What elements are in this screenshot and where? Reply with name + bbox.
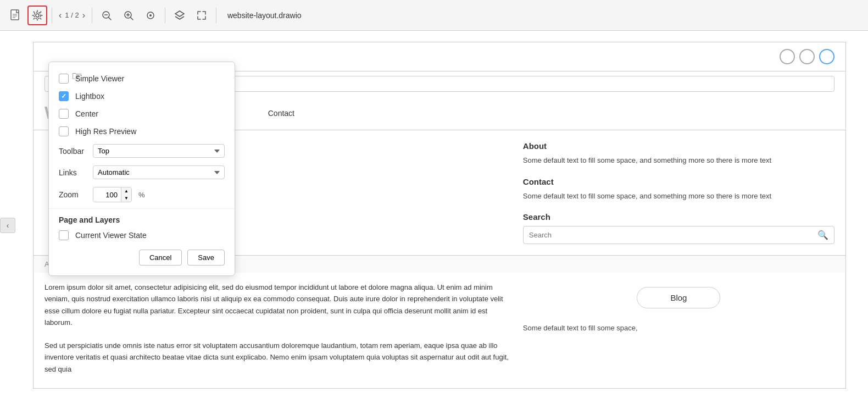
menu-divider [49,208,235,209]
cancel-button[interactable]: Cancel [139,250,182,266]
svg-point-4 [36,14,39,17]
contact-title: Contact [523,177,834,186]
high-res-label: High Res Preview [75,127,136,136]
zoom-row: Zoom ▲ ▼ % [49,183,235,206]
side-text: Some default text to fill some space, [523,323,834,334]
sep2 [92,8,92,23]
zoom-down-button[interactable]: ▼ [121,195,131,202]
site-circles [780,49,834,64]
current-state-item[interactable]: Current Viewer State [49,226,235,244]
center-label: Center [75,109,98,118]
simple-viewer-item[interactable]: Simple Viewer [49,70,235,87]
search-section: Search 🔍 [523,212,834,244]
lightbox-label: Lightbox [75,92,104,101]
zoom-label: Zoom [59,190,86,199]
zoom-pct: % [138,191,145,199]
toolbar-select[interactable]: Top Bottom None [93,144,225,158]
links-row: Links Automatic Blank Self [49,162,235,183]
high-res-item[interactable]: High Res Preview [49,123,235,140]
simple-viewer-checkbox[interactable] [59,74,69,84]
svg-rect-0 [11,10,19,20]
zoom-up-button[interactable]: ▲ [121,187,131,195]
save-button[interactable]: Save [187,250,225,266]
main-area: ‹ https://www.default.com Website Name A… [0,31,868,420]
zoom-out-button[interactable] [97,5,116,25]
circle-3 [819,49,834,64]
body-area: Lorem ipsum dolor sit amet, consectetur … [34,273,845,388]
svg-point-5 [34,12,41,19]
zoom-spinners: ▲ ▼ [121,187,131,202]
contact-section: Contact Some default text to fill some s… [523,177,834,202]
zoom-in-button[interactable] [119,5,138,25]
svg-line-8 [108,17,111,20]
lightbox-checkbox[interactable] [59,91,69,101]
prev-page-button[interactable]: ‹ [57,9,64,21]
nav-arrow-left[interactable]: ‹ [0,218,15,233]
links-label: Links [59,168,86,177]
lightbox-item[interactable]: Lightbox [49,87,235,105]
search-icon[interactable]: 🔍 [817,230,828,240]
page-icon-button[interactable] [5,5,25,25]
contact-text: Some default text to fill some space, an… [523,191,834,202]
blog-btn-wrap: Blog [523,281,834,314]
fullscreen-button[interactable] [192,5,212,25]
current-state-label: Current Viewer State [75,231,147,240]
toolbar-row: Toolbar Top Bottom None [49,140,235,162]
fullscreen-icon [196,10,207,21]
svg-marker-15 [175,11,184,16]
page-nav: ‹ 1 / 2 › [57,9,87,21]
links-select[interactable]: Automatic Blank Self [93,165,225,179]
sep3 [165,8,165,23]
simple-viewer-label: Simple Viewer [75,74,124,83]
body-text-col: Lorem ipsum dolor sit amet, consectetur … [44,273,512,377]
svg-line-12 [130,17,133,20]
page-layers-title: Page and Layers [49,211,235,226]
fit-page-button[interactable] [141,5,160,25]
zoom-in-icon [123,10,134,21]
circle-1 [780,49,795,64]
circle-2 [799,49,815,64]
settings-dropdown: Simple Viewer Lightbox Center High Res P… [48,62,235,276]
layers-button[interactable] [170,5,190,25]
current-state-checkbox[interactable] [59,230,69,240]
about-text: Some default text to fill some space, an… [523,155,834,166]
zoom-input-wrap: ▲ ▼ [93,187,132,202]
next-page-button[interactable]: › [80,9,87,21]
body-text-1: Lorem ipsum dolor sit amet, consectetur … [44,273,512,338]
gear-icon [32,10,43,21]
high-res-checkbox[interactable] [59,126,69,136]
site-side-col: About Some default text to fill some spa… [523,141,834,244]
center-item[interactable]: Center [49,105,235,123]
page-info: 1 / 2 [65,11,79,19]
layers-icon [174,10,185,21]
page-icon [9,9,21,21]
center-checkbox[interactable] [59,109,69,119]
svg-point-14 [149,14,152,16]
fit-icon [145,10,156,21]
filename-label: website-layout.drawio [227,11,302,20]
search-box[interactable]: 🔍 [523,226,834,244]
search-input[interactable] [529,231,817,239]
sep1 [52,8,52,23]
main-toolbar: ‹ 1 / 2 › [0,0,868,31]
about-section: About Some default text to fill some spa… [523,141,834,166]
zoom-input[interactable] [93,189,121,201]
blog-button[interactable]: Blog [637,287,720,308]
nav-contact: Contact [268,109,294,118]
zoom-out-icon [101,10,112,21]
sep4 [216,8,216,23]
body-text-2: Sed ut perspiciatis unde omnis iste natu… [44,338,512,377]
about-title: About [523,141,834,151]
toolbar-label: Toolbar [59,147,86,156]
menu-footer: Cancel Save [49,244,235,268]
search-title: Search [523,212,834,222]
gear-settings-button[interactable] [27,5,47,25]
blog-col: Blog Some default text to fill some spac… [523,273,834,377]
